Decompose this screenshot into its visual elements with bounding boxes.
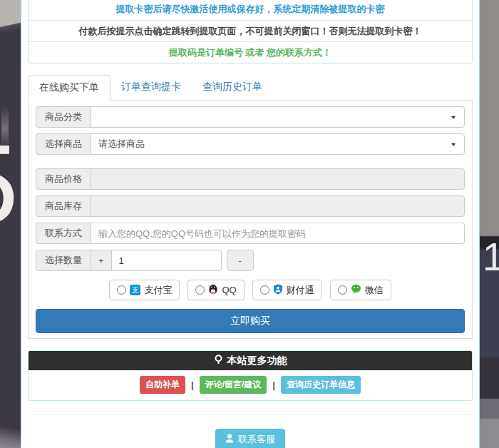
notice-extract-card: 提取卡密后请尽快激活使用或保存好，系统定期清除被提取的卡密 bbox=[29, 0, 472, 20]
quantity-plus-button[interactable]: + bbox=[91, 250, 111, 271]
tab-buy-online[interactable]: 在线购买下单 bbox=[28, 75, 110, 101]
notice-panel: 提取卡密后请尽快激活使用或保存好，系统定期清除被提取的卡密 付款后按提示点击确定… bbox=[28, 0, 473, 63]
product-select[interactable]: 请选择商品 ▼ bbox=[91, 133, 465, 155]
order-tabs: 在线购买下单 订单查询提卡 查询历史订单 bbox=[28, 75, 473, 101]
footer-divider bbox=[29, 414, 472, 415]
product-selected-value: 请选择商品 bbox=[98, 138, 145, 151]
notice-extract-code: 提取码是订单编号 或者 您的联系方式！ bbox=[29, 41, 472, 63]
product-group: 选择商品 请选择商品 ▼ bbox=[36, 133, 465, 155]
tab-query-order[interactable]: 订单查询提卡 bbox=[110, 75, 192, 101]
quantity-label: 选择数量 bbox=[36, 250, 91, 271]
more-functions-header: 本站更多功能 bbox=[29, 351, 472, 370]
quantity-group: 选择数量 + - bbox=[36, 250, 465, 271]
stock-field bbox=[91, 195, 465, 217]
buy-form-panel: 商品分类 ▼ 选择商品 请选择商品 ▼ 商品价格 商品库存 bbox=[28, 101, 473, 339]
quantity-input[interactable] bbox=[111, 250, 222, 271]
category-select[interactable]: ▼ bbox=[91, 106, 465, 128]
contact-label: 联系方式 bbox=[36, 223, 91, 244]
payment-option-qq[interactable]: QQ bbox=[187, 280, 244, 300]
price-label: 商品价格 bbox=[36, 168, 91, 190]
alipay-radio[interactable] bbox=[117, 285, 126, 295]
payment-label: 支付宝 bbox=[144, 284, 172, 297]
payment-methods: 支 支付宝 QQ bbox=[36, 280, 465, 300]
payment-label: QQ bbox=[222, 285, 236, 295]
contact-group: 联系方式 bbox=[36, 223, 465, 244]
quantity-minus-button[interactable]: - bbox=[227, 250, 254, 271]
qq-radio[interactable] bbox=[195, 285, 205, 295]
comment-feedback-button[interactable]: 评论/留言/建议 bbox=[200, 376, 267, 394]
separator: | bbox=[191, 380, 194, 390]
payment-label: 微信 bbox=[365, 284, 384, 297]
page-column: 提取卡密后请尽快激活使用或保存好，系统定期清除被提取的卡密 付款后按提示点击确定… bbox=[21, 0, 480, 448]
product-label: 选择商品 bbox=[36, 133, 91, 155]
payment-label: 财付通 bbox=[287, 284, 314, 297]
qq-icon bbox=[208, 283, 218, 297]
price-field bbox=[91, 168, 465, 190]
background-wall-right bbox=[479, 0, 499, 448]
wechat-icon bbox=[351, 284, 361, 296]
tenpay-radio[interactable] bbox=[260, 285, 269, 295]
category-group: 商品分类 ▼ bbox=[36, 106, 465, 128]
buy-now-button[interactable]: 立即购买 bbox=[36, 309, 465, 333]
separator: | bbox=[272, 380, 275, 390]
notice-payment-warning: 付款后按提示点击确定跳转到提取页面，不可提前关闭窗口！否则无法提取到卡密！ bbox=[29, 20, 472, 41]
stock-label: 商品库存 bbox=[36, 195, 91, 217]
background-floor-left bbox=[0, 424, 21, 448]
chevron-down-icon: ▼ bbox=[450, 141, 457, 147]
bulb-icon bbox=[214, 355, 223, 367]
more-functions-body: 自助补单 | 评论/留言/建议 | 查询历史订单信息 bbox=[29, 370, 472, 400]
person-icon bbox=[225, 434, 234, 445]
price-group: 商品价格 bbox=[36, 168, 465, 190]
history-order-info-button[interactable]: 查询历史订单信息 bbox=[281, 376, 361, 394]
category-label: 商品分类 bbox=[36, 106, 91, 128]
payment-option-wechat[interactable]: 微信 bbox=[330, 280, 391, 300]
background-digit-1: 1 bbox=[483, 237, 499, 277]
more-functions-title: 本站更多功能 bbox=[227, 355, 287, 367]
footer: 联系客服 bbox=[28, 429, 473, 448]
background-digit-5: 5 bbox=[0, 127, 14, 240]
wechat-radio[interactable] bbox=[338, 285, 347, 295]
tenpay-icon bbox=[273, 284, 283, 297]
chevron-down-icon: ▼ bbox=[450, 114, 457, 120]
payment-option-alipay[interactable]: 支 支付宝 bbox=[109, 280, 180, 300]
self-reorder-button[interactable]: 自助补单 bbox=[140, 376, 185, 394]
tab-history-orders[interactable]: 查询历史订单 bbox=[192, 75, 273, 101]
alipay-icon: 支 bbox=[130, 285, 140, 295]
stock-group: 商品库存 bbox=[36, 195, 465, 217]
payment-option-tenpay[interactable]: 财付通 bbox=[252, 280, 322, 300]
contact-support-label: 联系客服 bbox=[238, 433, 275, 446]
background-wall-left bbox=[0, 0, 21, 41]
contact-input[interactable] bbox=[91, 223, 465, 244]
more-functions-panel: 本站更多功能 自助补单 | 评论/留言/建议 | 查询历史订单信息 bbox=[28, 350, 473, 401]
contact-support-button[interactable]: 联系客服 bbox=[215, 429, 285, 448]
